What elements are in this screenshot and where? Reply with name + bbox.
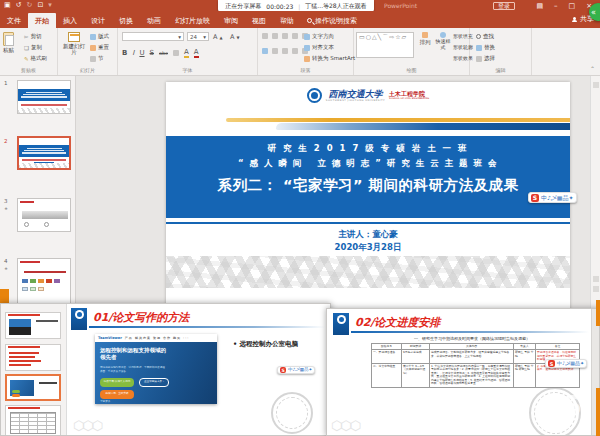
layout-button[interactable]: 版式 — [90, 33, 109, 40]
window-thesis-schedule[interactable]: 02/论文进度安排 一、研究生学习中期流程及时间要求（网络情况随时告知及调整） … — [326, 308, 600, 436]
scroll-prev-slide-button[interactable] — [593, 276, 599, 282]
bold-button[interactable]: B — [122, 49, 127, 57]
font-name-select[interactable]: ▾ — [122, 32, 184, 41]
winA-thumb-2[interactable] — [5, 344, 61, 371]
shapes-gallery[interactable]: ▭○△╲⌒⇨☆▱ — [356, 32, 414, 58]
canvas-scrollbar[interactable] — [590, 76, 600, 312]
tab-design[interactable]: 设计 — [84, 13, 112, 28]
tab-slideshow[interactable]: 幻灯片放映 — [168, 13, 217, 28]
chevron-down-icon: ▾ — [203, 34, 206, 40]
new-slide-label: 新建幻灯片 — [62, 43, 86, 55]
share-status: 正在分享屏幕 — [225, 2, 261, 11]
tab-insert[interactable]: 插入 — [56, 13, 84, 28]
decrease-indent-button[interactable] — [282, 33, 288, 39]
save-icon[interactable]: ▣ — [4, 2, 11, 9]
italic-button[interactable]: I — [132, 49, 134, 57]
replace-label: 替换 — [484, 44, 495, 51]
slide-thumbnail-4[interactable] — [17, 258, 71, 306]
start-slideshow-icon[interactable]: ⊡ — [37, 2, 43, 9]
paste-icon — [3, 32, 14, 46]
tab-animations[interactable]: 动画 — [140, 13, 168, 28]
sogou-toolbar[interactable]: S 中♪乄▦品✦ — [545, 359, 587, 368]
align-text-button[interactable]: 对齐文本 — [304, 44, 334, 51]
underline-button[interactable]: U — [139, 49, 144, 57]
cut-icon: ✂ — [24, 34, 29, 40]
tab-help[interactable]: 帮助 — [273, 13, 301, 28]
arrange-button[interactable]: 排列 — [417, 32, 433, 45]
font-color-button[interactable]: A — [194, 48, 199, 58]
meeting-dock-handle[interactable]: « — [589, 3, 600, 21]
highlight-button[interactable]: A — [184, 48, 189, 58]
winA-title-rule — [89, 326, 325, 328]
mosaic-pattern — [166, 256, 570, 288]
sogou-toolbar[interactable]: S 中♪乄▦品✦ — [528, 192, 577, 203]
scroll-up-button[interactable] — [593, 82, 599, 88]
slide-thumbnail-3[interactable] — [17, 198, 71, 232]
text-direction-button[interactable]: 文字方向 — [304, 33, 334, 40]
arrange-label: 排列 — [420, 39, 431, 45]
strike-button[interactable]: S — [150, 49, 154, 57]
group-font: ▾ 24 ▾ A▲ A▼ B I U S abc A A 字体 — [118, 28, 258, 75]
shrink-font-button[interactable]: A▼ — [230, 33, 240, 41]
group-slides: 新建幻灯片 版式 重置 节 幻灯片 — [58, 28, 118, 75]
redo-icon[interactable]: ↻ — [27, 2, 33, 9]
font-size-select[interactable]: 24 ▾ — [187, 32, 209, 41]
replace-button[interactable]: 替换 — [476, 44, 495, 51]
tab-view[interactable]: 视图 — [245, 13, 273, 28]
teamviewer-body-text: 无论身处何地均可连接、访问和支持。下载即刻连接远程桌面、手机及各类设备。 — [100, 366, 166, 373]
cut-button[interactable]: ✂ 剪切 — [24, 33, 42, 40]
collapse-ribbon-button[interactable]: ⌃ — [590, 65, 595, 72]
group-label-paragraph: 段落 — [258, 67, 353, 73]
winA-thumb-3-selected[interactable] — [5, 374, 61, 401]
tab-review[interactable]: 审阅 — [217, 13, 245, 28]
title-banner: 研 究 生 2 0 1 7 级 专 硕 岩 土 一 班 “ 感 人 瞬 间 立 … — [166, 136, 570, 218]
current-slide[interactable]: 西南交通大学 SOUTHWEST JIAOTONG UNIVERSITY 土木工… — [166, 82, 570, 312]
reset-icon — [90, 45, 96, 51]
clear-format-button[interactable]: abc — [159, 50, 168, 56]
window-thesis-methods[interactable]: 01/论文写作的方法 TeamViewer 产品 解决方案 资源 合作 购买 ·… — [0, 303, 331, 436]
tab-transitions[interactable]: 切换 — [112, 13, 140, 28]
bullets-button[interactable] — [262, 33, 268, 39]
slide-thumbnail-1[interactable] — [17, 80, 71, 114]
cell-stage: 一、开题报告准备 — [372, 350, 402, 363]
section-button[interactable]: 节 — [90, 55, 104, 62]
grow-font-button[interactable]: A▲ — [213, 33, 223, 41]
increase-indent-button[interactable] — [292, 33, 298, 39]
teamviewer-buy-button: 购买订阅 · 立即升级 — [100, 390, 134, 399]
sogou-toolbar-small[interactable]: S 中♪乄▦品✦ — [277, 366, 315, 374]
slide-thumbnail-2[interactable] — [17, 136, 71, 170]
quick-styles-button[interactable]: 快速样式 — [434, 32, 452, 50]
numbering-button[interactable] — [272, 33, 278, 39]
format-painter-button[interactable]: ✎ 格式刷 — [24, 55, 47, 62]
winA-thumb-1[interactable] — [5, 312, 61, 339]
smartart-button[interactable]: 转换为 SmartArt — [304, 55, 355, 62]
align-left-button[interactable] — [262, 48, 268, 54]
new-slide-button[interactable]: 新建幻灯片 — [62, 32, 86, 55]
signin-button[interactable]: 登录 — [493, 2, 515, 10]
sogou-toolbar-icons: 中♪乄▦品✦ — [288, 368, 312, 373]
tab-home[interactable]: 开始 — [28, 13, 56, 28]
reset-button[interactable]: 重置 — [90, 44, 109, 51]
qat-customize-icon[interactable]: ▾ — [48, 2, 52, 9]
select-button[interactable]: 选择 — [476, 55, 495, 62]
align-text-label: 对齐文本 — [312, 44, 334, 51]
tellme-search[interactable]: 操作说明搜索 — [301, 13, 363, 28]
minimize-icon[interactable]: – — [554, 2, 558, 10]
align-right-button[interactable] — [282, 48, 288, 54]
undo-icon[interactable]: ↺ — [16, 2, 22, 9]
paste-button[interactable]: 粘贴 — [3, 32, 14, 53]
find-button[interactable]: 查找 — [476, 33, 494, 40]
justify-button[interactable] — [292, 48, 298, 54]
restore-icon[interactable]: □ — [569, 2, 576, 10]
winA-thumb-4[interactable] — [5, 405, 61, 435]
copy-button[interactable]: ❏ 复制 — [24, 44, 42, 51]
cell-owner: 研究生 导师 学院 — [514, 350, 536, 363]
slide5-thumbnail-fragment[interactable] — [0, 289, 9, 303]
char-spacing-button[interactable] — [173, 50, 179, 56]
text-direction-icon — [304, 34, 310, 40]
tab-file[interactable]: 文件 — [0, 13, 28, 28]
ribbon-options-icon[interactable]: ▤ — [536, 2, 543, 10]
ribbon: 粘贴 ✂ 剪切 ❏ 复制 ✎ 格式刷 剪贴板 新建幻灯片 版式 — [0, 28, 600, 76]
align-center-button[interactable] — [272, 48, 278, 54]
scroll-next-slide-button[interactable] — [593, 286, 599, 292]
